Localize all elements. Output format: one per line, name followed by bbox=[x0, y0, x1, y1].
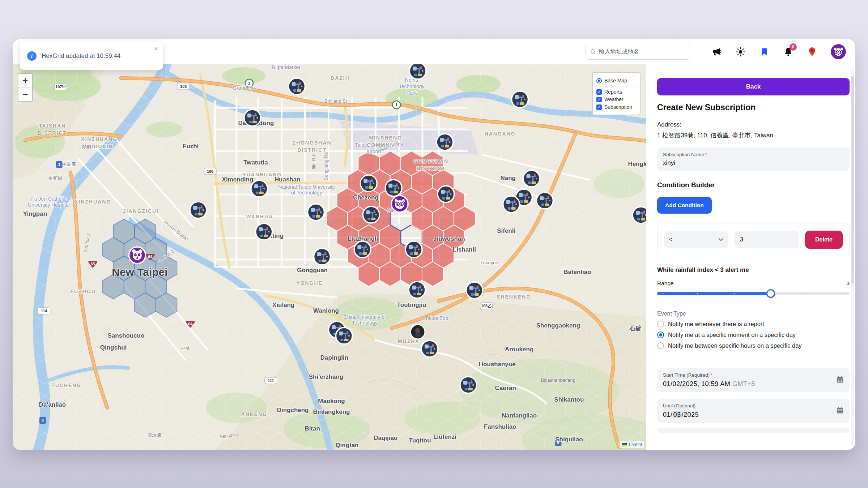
search-icon bbox=[590, 49, 596, 55]
road-shield: 106乙 bbox=[480, 303, 493, 309]
report-marker[interactable] bbox=[244, 110, 261, 126]
map-label: 永和街 bbox=[48, 175, 62, 181]
report-marker[interactable] bbox=[633, 207, 646, 223]
map-label: Shiguliao bbox=[555, 436, 583, 443]
report-marker[interactable] bbox=[537, 192, 553, 209]
map-label: Bitan bbox=[305, 425, 320, 432]
report-marker[interactable] bbox=[438, 186, 454, 202]
map-label: TUCHENG bbox=[51, 382, 81, 388]
report-marker[interactable] bbox=[466, 282, 483, 299]
map-label: Binlangkeng bbox=[313, 408, 350, 415]
cat-marker[interactable] bbox=[391, 196, 408, 212]
report-marker[interactable] bbox=[421, 341, 438, 357]
until-field[interactable]: Until (Optional) 01/03/2025 bbox=[657, 399, 850, 423]
report-marker[interactable] bbox=[336, 328, 352, 344]
layer-checkbox-weather[interactable]: ✓Weather bbox=[596, 97, 636, 102]
report-marker[interactable] bbox=[437, 134, 453, 150]
delete-condition-button[interactable]: Delete bbox=[805, 231, 843, 249]
map-label: Sifenli bbox=[497, 227, 515, 234]
report-marker[interactable] bbox=[251, 180, 268, 197]
panda-marker[interactable] bbox=[129, 247, 145, 264]
map-label: DISTRICT bbox=[297, 147, 326, 153]
threshold-input[interactable] bbox=[734, 231, 799, 248]
map-label: Nanfangliao bbox=[502, 412, 537, 419]
road-shield: 1 bbox=[392, 101, 400, 109]
map-label: Jiuwushan bbox=[433, 235, 465, 242]
road-shield: 3 bbox=[39, 417, 46, 424]
road-shield: 103 bbox=[177, 83, 190, 90]
map-label: DISTRICT bbox=[417, 166, 446, 171]
report-marker[interactable] bbox=[523, 170, 540, 187]
map-label: Houshanyue bbox=[479, 361, 516, 368]
map-label: SHENKENG bbox=[497, 294, 531, 300]
location-button[interactable] bbox=[807, 47, 817, 57]
base-map-radio[interactable]: Base Map bbox=[596, 78, 636, 84]
report-marker[interactable] bbox=[363, 206, 379, 223]
map-label: WANHUA bbox=[246, 214, 273, 219]
event-option-1[interactable]: Notify me at a specific moment on a spec… bbox=[657, 331, 850, 338]
notifications-button[interactable]: 0 bbox=[783, 47, 793, 57]
range-label: Range bbox=[657, 280, 674, 287]
subscription-name-input[interactable] bbox=[663, 159, 826, 167]
layer-checkbox-subscription[interactable]: ✓Subscription bbox=[596, 104, 636, 110]
calendar-icon[interactable] bbox=[836, 376, 844, 385]
report-marker[interactable] bbox=[190, 202, 207, 218]
search-input[interactable] bbox=[599, 48, 687, 55]
until-label: Until (Optional) bbox=[663, 403, 844, 408]
announcements-button[interactable] bbox=[711, 47, 722, 57]
zoom-out-button[interactable]: − bbox=[18, 87, 32, 101]
map-label: Dapinglin bbox=[320, 354, 348, 361]
report-marker[interactable] bbox=[308, 204, 324, 221]
report-marker[interactable] bbox=[360, 175, 377, 192]
zoom-in-button[interactable]: + bbox=[18, 74, 32, 87]
operator-select[interactable]: < bbox=[664, 231, 728, 248]
event-type-label: Event Type bbox=[657, 311, 850, 317]
layer-checkbox-reports[interactable]: ✓Reports bbox=[596, 89, 636, 95]
toast-close-button[interactable]: × bbox=[154, 45, 158, 53]
map-label: ANKENG bbox=[241, 411, 267, 417]
info-icon: i bbox=[27, 51, 37, 61]
back-button[interactable]: Back bbox=[657, 78, 850, 95]
report-marker[interactable] bbox=[289, 78, 305, 95]
map-label: 頭前 bbox=[82, 144, 92, 149]
report-marker[interactable] bbox=[503, 196, 520, 213]
avatar[interactable] bbox=[831, 44, 846, 59]
report-marker[interactable] bbox=[385, 180, 402, 196]
report-marker[interactable] bbox=[354, 241, 371, 258]
report-marker[interactable] bbox=[460, 377, 477, 393]
leaflet-link[interactable]: Leaflet bbox=[629, 442, 642, 447]
person-marker[interactable] bbox=[410, 325, 425, 339]
map-label: Shikantou bbox=[554, 396, 584, 403]
weather-button[interactable] bbox=[735, 47, 745, 57]
add-condition-button[interactable]: Add Condition bbox=[657, 197, 712, 214]
map[interactable]: 107甲103106114111106乙11646465139New Taipe… bbox=[13, 64, 646, 450]
map-label: Airport bbox=[366, 149, 381, 154]
base-map-label: Base Map bbox=[604, 78, 627, 84]
report-marker[interactable] bbox=[256, 223, 272, 240]
map-label: China University of bbox=[344, 314, 386, 320]
map-label: Hengke bbox=[628, 160, 646, 167]
report-marker[interactable] bbox=[314, 248, 331, 265]
condition-row: < Delete bbox=[657, 223, 850, 256]
map-label: Fanshuliao bbox=[484, 423, 516, 430]
range-value: 3 bbox=[846, 280, 850, 287]
calendar-icon[interactable] bbox=[836, 406, 844, 415]
range-slider[interactable] bbox=[657, 290, 850, 297]
map-label: 中港厝 bbox=[62, 162, 76, 167]
event-option-2[interactable]: Notify me between specific hours on a sp… bbox=[657, 342, 850, 349]
bookmark-icon bbox=[760, 47, 769, 57]
report-marker[interactable] bbox=[409, 282, 425, 298]
panel-scrollbar[interactable] bbox=[851, 68, 854, 446]
start-time-field[interactable]: Start Time (Required)* 01/02/2025, 10:59… bbox=[657, 368, 850, 392]
map-label: 中坑 bbox=[180, 345, 190, 351]
svg-text:65: 65 bbox=[91, 262, 95, 266]
search-bar[interactable] bbox=[586, 44, 691, 60]
report-marker[interactable] bbox=[512, 91, 528, 108]
report-marker[interactable] bbox=[409, 64, 426, 79]
map-attribution: Leaflet bbox=[620, 441, 644, 448]
bookmarks-button[interactable] bbox=[759, 47, 769, 57]
subscription-name-field[interactable]: Subscription Name* bbox=[657, 147, 850, 171]
event-option-0[interactable]: Notify me whenever there is a report bbox=[657, 321, 850, 328]
report-marker[interactable] bbox=[405, 241, 422, 258]
slider-thumb[interactable] bbox=[766, 289, 775, 298]
